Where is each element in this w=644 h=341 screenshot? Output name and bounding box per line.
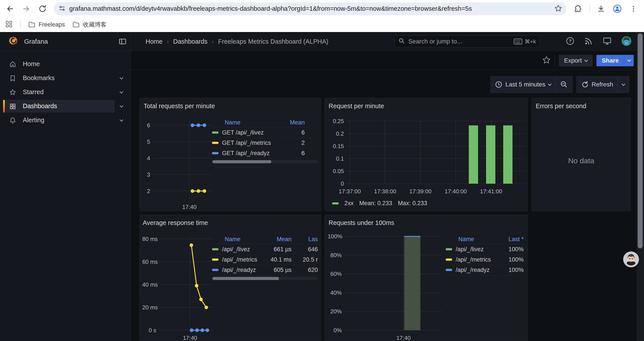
favorite-star-icon[interactable] [542,56,551,65]
back-icon[interactable] [5,4,15,14]
url-bar[interactable] [54,3,566,15]
refresh-interval-caret[interactable] [618,76,629,93]
sidebar-item-label: Home [23,60,40,68]
breadcrumb-current: Freeleaps Metrics Dashboard (ALPHA) [218,38,328,45]
sidebar-item-home[interactable]: Home [0,57,130,71]
chevron-down-icon[interactable] [120,76,124,80]
y-axis-tick: 0.2 [328,130,344,137]
chevron-down-icon [627,58,631,62]
request-per-minute-chart[interactable]: 0.250.20.150.10.05017:37:0017:38:0017:39… [328,119,525,206]
rss-icon[interactable] [584,37,593,47]
share-button[interactable]: Share [596,55,624,66]
chevron-down-icon[interactable] [120,104,124,108]
sidebar-item-bookmarks[interactable]: Bookmarks [0,71,130,85]
requests-under-100ms-chart[interactable]: 100%80%60%40%20%0%17:40 [328,236,442,341]
browser-menu-icon[interactable] [629,4,638,14]
sidebar-item-label: Dashboards [23,103,57,110]
keyboard-icon [514,38,522,45]
site-info-icon[interactable] [58,5,66,13]
panel-title[interactable]: Request per minute [328,103,384,110]
search-input[interactable] [408,38,510,45]
breadcrumb-separator: › [167,38,169,45]
x-axis-tick: 17:37:00 [332,188,367,195]
legend-row[interactable]: /api/_/metrics 100% [446,254,524,265]
help-icon[interactable]: ? [566,37,575,47]
total-requests-chart[interactable]: 6543217:40 [142,121,213,209]
reload-icon[interactable] [38,4,47,14]
y-axis-tick: 0.05 [328,168,344,175]
legend-header-row: Name Mean Las [212,235,318,244]
star-icon [9,89,16,97]
bar-chart-legend[interactable]: 2xx Mean: 0.233 Max: 0.233 [332,200,427,207]
search-box[interactable]: ⌘+k [394,36,540,47]
y-axis-tick: 0% [328,327,342,334]
breadcrumb-dashboards[interactable]: Dashboards [173,38,207,45]
y-axis-tick: 60 ms [142,258,156,265]
url-input[interactable] [69,5,550,12]
subheader-divider [555,55,555,66]
bookmark-star-icon[interactable] [554,4,562,14]
export-button[interactable]: Export [559,55,592,66]
panel-title[interactable]: Average response time [143,219,208,226]
legend-row[interactable]: /api/_/metrics 40.1 ms 20.5 r [212,254,318,265]
sidebar-item-starred[interactable]: Starred [0,85,130,99]
legend-row[interactable]: /api/_/livez 100% [446,244,524,254]
page-scrollbar-thumb[interactable] [638,33,643,248]
legend-scrollbar[interactable] [212,160,318,163]
panel-title[interactable]: Requests under 100ms [328,219,394,226]
panel-title[interactable]: Total requests per minute [144,103,215,110]
dashboard-content: Export Share Last 5 minutes [131,51,644,341]
legend-row[interactable]: GET /api/_/livez 6 [212,128,318,138]
legend-row[interactable]: /api/_/readyz 100% [446,265,524,275]
zoom-out-button[interactable] [556,76,572,93]
panel-title[interactable]: Errors per second [536,103,586,110]
refresh-button[interactable]: Refresh [577,76,618,93]
user-avatar[interactable] [621,36,632,47]
grafana-app: Grafana Home › Dashboards › Freeleaps Me… [0,32,644,341]
assistant-avatar[interactable] [623,251,639,267]
y-axis-tick: 60% [328,270,342,277]
grafana-logo-icon[interactable] [8,36,18,47]
chevron-down-icon[interactable] [120,118,124,122]
y-axis-tick: 4 [142,155,150,162]
screen: Freeleaps 收藏博客 Grafana [0,0,644,341]
legend-row[interactable]: GET /api/_/readyz 6 [212,148,318,158]
x-axis-tick: 17:40 [172,335,208,341]
avg-response-time-chart[interactable]: 80 ms60 ms40 ms20 ms0 s17:40 [142,236,213,341]
panel-request-per-minute: Request per minute 0.250.20.150.10.05017… [324,98,528,211]
topnav-icons: ? [566,32,632,51]
share-caret-button[interactable] [624,55,634,66]
apps-grid-icon[interactable] [5,21,13,29]
dashboard-subheader: Export Share [131,51,644,70]
bookmark-folder-freeleaps[interactable]: Freeleaps [28,21,65,28]
dashboards-icon [9,103,16,111]
y-axis-tick: 40 ms [142,281,156,288]
profile-icon[interactable] [612,4,622,14]
chevron-down-icon[interactable] [120,90,124,94]
legend-mean-stat: Mean: 0.233 [359,200,392,207]
legend-table: Name Last * /api/_/livez 100% /api/_/met… [446,235,524,275]
sidebar-item-alerting[interactable]: Alerting [0,113,130,127]
sidebar-toggle-icon[interactable] [118,37,127,47]
time-range-picker[interactable]: Last 5 minutes [490,76,556,93]
legend-row[interactable]: GET /api/_/metrics 2 [212,138,318,148]
series-color-pill [212,142,218,144]
brand-area: Grafana [0,32,131,51]
forward-icon[interactable] [22,4,31,14]
y-axis-tick: 0.1 [328,155,344,162]
legend-scrollbar[interactable] [212,277,318,280]
monitor-icon[interactable] [602,36,612,47]
bookmark-folder-blogs[interactable]: 收藏博客 [72,21,106,29]
breadcrumb-home[interactable]: Home [146,38,162,45]
share-button-group: Share [596,55,634,66]
panel-total-requests: Total requests per minute 6543217:40 Nam… [140,98,321,211]
legend-row[interactable]: /api/_/livez 661 µs 646 [212,244,318,254]
sidebar-item-dashboards[interactable]: Dashboards [0,99,130,113]
extensions-icon[interactable] [573,4,582,14]
sidebar: Home Bookmarks Starred Dashboards [0,51,131,341]
active-accent-bar [3,100,5,113]
download-icon[interactable] [596,4,606,14]
series-color-pill [212,269,218,271]
panel-avg-response-time: Average response time 80 ms60 ms40 ms20 … [140,215,321,341]
legend-row[interactable]: /api/_/readyz 605 µs 620 [212,265,318,275]
